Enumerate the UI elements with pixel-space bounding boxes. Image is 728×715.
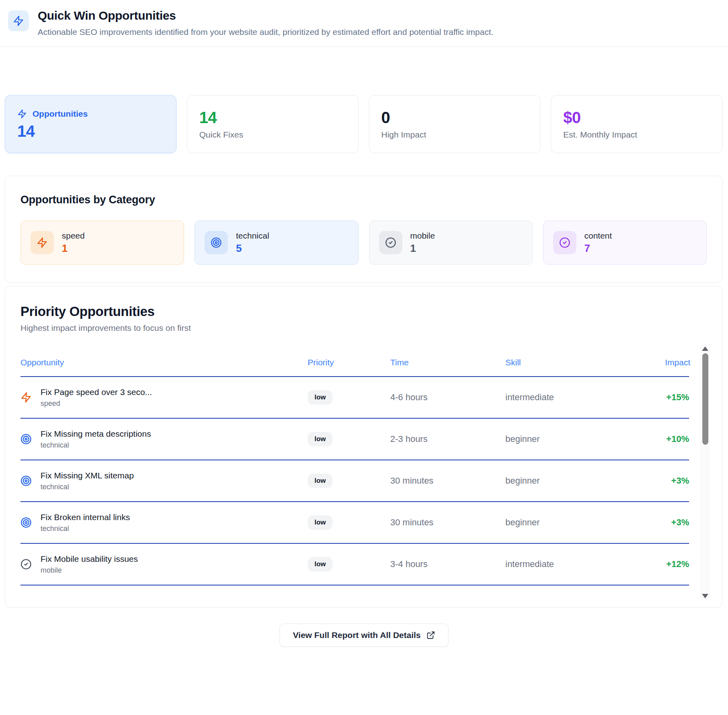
table-header-row: Opportunity Priority Time Skill Impact <box>20 349 689 377</box>
time-estimate: 2-3 hours <box>390 434 505 444</box>
target-icon <box>20 517 32 528</box>
category-count: 5 <box>236 242 269 255</box>
priority-heading: Priority Opportunities <box>20 304 707 319</box>
category-cards: speed 1 technical 5 mobile 1 <box>20 221 707 265</box>
category-card-mobile[interactable]: mobile 1 <box>369 221 533 265</box>
opportunity-title: Fix Missing meta descriptions <box>41 429 151 439</box>
priority-table: Opportunity Priority Time Skill Impact F… <box>20 349 707 585</box>
priority-badge: low <box>308 515 333 530</box>
time-estimate: 4-6 hours <box>390 392 505 403</box>
check-circle-icon <box>553 231 576 254</box>
column-header-priority[interactable]: Priority <box>308 358 390 367</box>
stat-card-quick-fixes[interactable]: 14 Quick Fixes <box>187 95 359 153</box>
opportunity-title: Fix Page speed over 3 seco... <box>41 387 152 397</box>
stat-value: 0 <box>381 109 528 126</box>
page-title: Quick Win Opportunities <box>38 9 493 22</box>
page-subtitle: Actionable SEO improvements identified f… <box>38 27 493 37</box>
zap-icon <box>17 109 27 119</box>
category-card-content[interactable]: content 7 <box>543 221 707 265</box>
time-estimate: 30 minutes <box>390 517 505 528</box>
view-full-report-button[interactable]: View Full Report with All Details <box>280 624 448 647</box>
stat-value: 14 <box>17 123 164 140</box>
priority-subheading: Highest impact improvements to focus on … <box>20 323 707 333</box>
category-card-technical[interactable]: technical 5 <box>195 221 358 265</box>
opportunity-title: Fix Broken internal links <box>41 512 130 522</box>
scroll-down-icon[interactable] <box>702 594 708 598</box>
zap-icon <box>20 392 32 403</box>
check-circle-icon <box>20 559 32 570</box>
category-name: mobile <box>410 231 435 241</box>
categories-section: Opportunities by Category speed 1 techni… <box>5 176 722 283</box>
scrollbar-thumb[interactable] <box>702 353 708 445</box>
target-icon <box>20 433 32 445</box>
category-count: 1 <box>410 242 435 255</box>
table-row[interactable]: Fix Broken internal links technical low … <box>20 502 689 544</box>
opportunity-category: technical <box>41 525 130 533</box>
priority-badge: low <box>308 432 333 446</box>
view-full-report-label: View Full Report with All Details <box>293 630 421 640</box>
external-link-icon <box>426 631 435 640</box>
column-header-skill[interactable]: Skill <box>505 358 665 367</box>
impact-value: +12% <box>665 559 689 569</box>
table-row[interactable]: Fix Mobile usability issues mobile low 3… <box>20 544 689 585</box>
priority-badge: low <box>308 474 333 488</box>
skill-level: intermediate <box>505 392 665 403</box>
column-header-opportunity[interactable]: Opportunity <box>20 358 308 367</box>
category-count: 7 <box>584 242 612 255</box>
stat-card-opportunities[interactable]: Opportunities 14 <box>5 95 176 153</box>
category-name: technical <box>236 231 269 241</box>
stat-label: High Impact <box>381 130 528 140</box>
opportunity-title: Fix Mobile usability issues <box>41 554 138 564</box>
opportunity-category: mobile <box>41 566 138 575</box>
stat-card-monthly-impact[interactable]: $0 Est. Monthly Impact <box>551 95 722 153</box>
table-row[interactable]: Fix Missing XML sitemap technical low 30… <box>20 460 689 502</box>
skill-level: intermediate <box>505 559 665 569</box>
category-card-speed[interactable]: speed 1 <box>20 221 184 265</box>
opportunity-title: Fix Missing XML sitemap <box>41 471 134 480</box>
priority-badge: low <box>308 557 333 571</box>
scroll-up-icon[interactable] <box>702 346 708 351</box>
skill-level: beginner <box>505 476 665 486</box>
category-count: 1 <box>62 242 85 255</box>
column-header-impact[interactable]: Impact <box>665 358 690 367</box>
stat-card-high-impact[interactable]: 0 High Impact <box>369 95 541 153</box>
zap-icon <box>8 10 29 31</box>
opportunity-category: technical <box>41 441 151 450</box>
footer: View Full Report with All Details <box>0 624 728 647</box>
skill-level: beginner <box>505 434 665 444</box>
zap-icon <box>30 231 54 254</box>
impact-value: +3% <box>665 476 689 486</box>
impact-value: +3% <box>665 517 689 528</box>
stat-value: $0 <box>563 109 710 126</box>
stat-value: 14 <box>199 109 346 126</box>
impact-value: +10% <box>665 434 689 444</box>
priority-badge: low <box>308 390 333 405</box>
impact-value: +15% <box>665 392 689 403</box>
stat-label: Est. Monthly Impact <box>563 130 710 140</box>
column-header-time[interactable]: Time <box>390 358 505 367</box>
stat-label: Quick Fixes <box>199 130 346 140</box>
check-circle-icon <box>379 231 402 254</box>
time-estimate: 3-4 hours <box>390 559 505 569</box>
stats-row: Opportunities 14 14 Quick Fixes 0 High I… <box>5 95 722 153</box>
priority-section: Priority Opportunities Highest impact im… <box>5 286 722 608</box>
target-icon <box>205 231 228 254</box>
table-scrollbar[interactable] <box>700 344 710 601</box>
stat-label: Opportunities <box>32 109 88 119</box>
page-header: Quick Win Opportunities Actionable SEO i… <box>0 0 728 47</box>
table-row[interactable]: Fix Page speed over 3 seco... speed low … <box>20 377 689 419</box>
category-name: content <box>584 231 612 241</box>
time-estimate: 30 minutes <box>390 476 505 486</box>
categories-heading: Opportunities by Category <box>20 194 707 206</box>
target-icon <box>20 475 32 486</box>
skill-level: beginner <box>505 517 665 528</box>
category-name: speed <box>62 231 85 241</box>
table-row[interactable]: Fix Missing meta descriptions technical … <box>20 419 689 460</box>
opportunity-category: technical <box>41 483 134 491</box>
opportunity-category: speed <box>41 399 152 408</box>
